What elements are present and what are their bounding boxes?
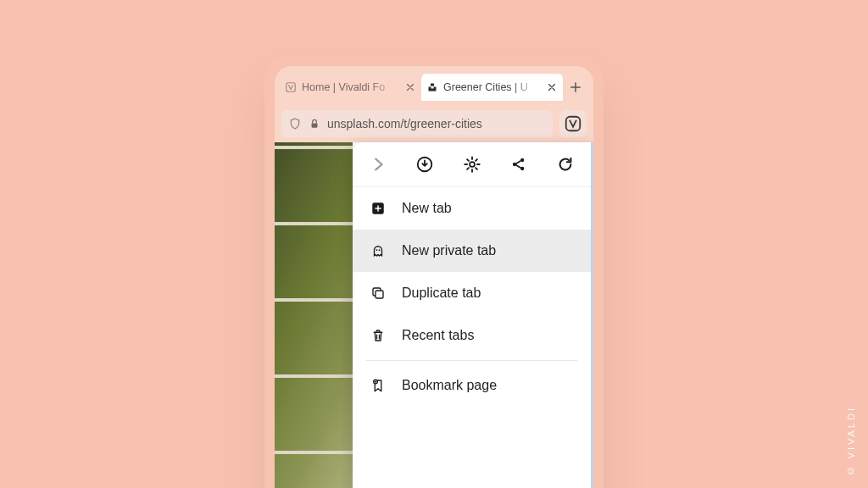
address-bar[interactable]: unsplash.com/t/greener-cities — [281, 110, 553, 137]
ghost-icon — [370, 242, 387, 259]
tab-greener-cities[interactable]: Greener Cities | U — [421, 74, 563, 101]
svg-point-9 — [376, 249, 378, 251]
shield-icon — [288, 117, 302, 130]
downloads-icon[interactable] — [415, 154, 435, 175]
svg-rect-12 — [376, 291, 383, 298]
menu-toolbar — [353, 142, 591, 187]
gear-icon[interactable] — [462, 154, 482, 175]
vivaldi-menu-button[interactable] — [559, 110, 587, 137]
vivaldi-icon — [285, 81, 297, 93]
plus-box-icon — [370, 200, 387, 217]
svg-point-10 — [379, 249, 381, 251]
lock-icon — [309, 118, 320, 130]
menu-item-new-private-tab[interactable]: New private tab — [353, 230, 591, 272]
menu-item-label: New private tab — [402, 243, 496, 258]
menu-item-label: New tab — [402, 201, 452, 216]
menu-item-duplicate-tab[interactable]: Duplicate tab — [353, 272, 591, 314]
page-content: New tab New private tab Duplicate tab — [275, 142, 593, 488]
share-icon[interactable] — [509, 154, 529, 175]
browser-menu: New tab New private tab Duplicate tab — [353, 142, 593, 488]
menu-item-label: Bookmark page — [402, 378, 497, 393]
svg-rect-0 — [287, 83, 296, 92]
menu-item-bookmark-page[interactable]: Bookmark page — [353, 364, 591, 407]
tab-strip: Home | Vivaldi Fo Greener Cities | U — [275, 66, 593, 103]
close-icon[interactable] — [546, 81, 558, 93]
new-tab-button[interactable] — [563, 75, 588, 100]
phone-screen: Home | Vivaldi Fo Greener Cities | U — [275, 66, 593, 488]
svg-rect-1 — [312, 123, 318, 127]
bookmark-add-icon — [370, 377, 387, 394]
svg-point-4 — [470, 162, 475, 167]
close-icon[interactable] — [404, 81, 416, 93]
watermark: © VIVALDI — [846, 406, 856, 476]
menu-separator — [366, 360, 577, 361]
address-row: unsplash.com/t/greener-cities — [275, 103, 593, 147]
tab-home[interactable]: Home | Vivaldi Fo — [280, 74, 421, 101]
svg-rect-2 — [566, 117, 581, 131]
menu-item-label: Recent tabs — [402, 328, 474, 343]
reload-icon[interactable] — [555, 154, 576, 175]
unsplash-icon — [426, 81, 438, 93]
phone-frame: Home | Vivaldi Fo Greener Cities | U — [264, 56, 604, 488]
tab-title: Greener Cities | U — [443, 81, 541, 93]
chevron-right-icon[interactable] — [368, 154, 388, 175]
address-url: unsplash.com/t/greener-cities — [327, 117, 546, 130]
menu-item-new-tab[interactable]: New tab — [353, 187, 591, 230]
page-photo — [275, 142, 353, 488]
menu-item-label: Duplicate tab — [402, 286, 481, 301]
menu-item-recent-tabs[interactable]: Recent tabs — [353, 314, 591, 357]
trash-icon — [370, 327, 387, 344]
tab-title: Home | Vivaldi Fo — [302, 81, 399, 93]
duplicate-icon — [370, 285, 387, 302]
